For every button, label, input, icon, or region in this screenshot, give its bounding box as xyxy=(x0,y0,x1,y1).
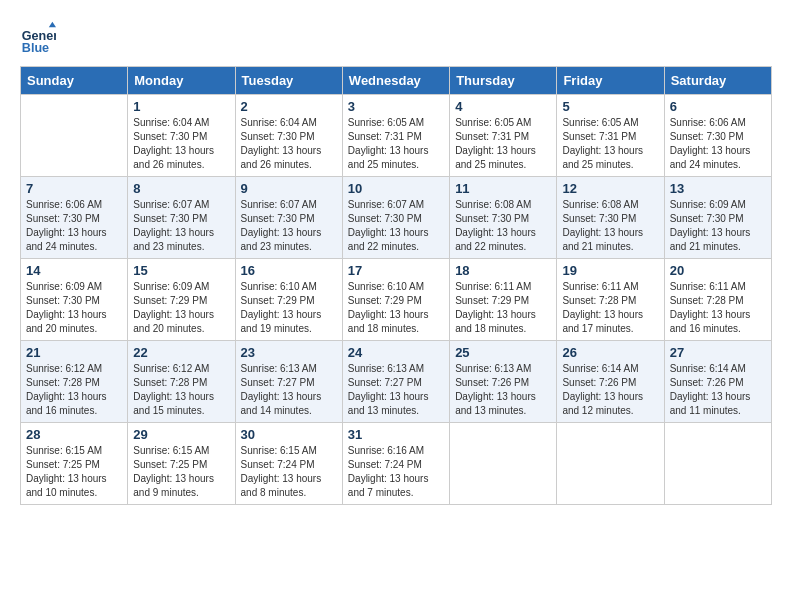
calendar-cell: 31Sunrise: 6:16 AMSunset: 7:24 PMDayligh… xyxy=(342,423,449,505)
calendar-cell: 5Sunrise: 6:05 AMSunset: 7:31 PMDaylight… xyxy=(557,95,664,177)
day-number: 2 xyxy=(241,99,337,114)
calendar-cell xyxy=(450,423,557,505)
day-number: 24 xyxy=(348,345,444,360)
calendar-cell xyxy=(21,95,128,177)
day-info: Sunrise: 6:09 AMSunset: 7:29 PMDaylight:… xyxy=(133,280,229,336)
calendar-cell: 26Sunrise: 6:14 AMSunset: 7:26 PMDayligh… xyxy=(557,341,664,423)
day-info: Sunrise: 6:07 AMSunset: 7:30 PMDaylight:… xyxy=(348,198,444,254)
calendar-cell: 17Sunrise: 6:10 AMSunset: 7:29 PMDayligh… xyxy=(342,259,449,341)
day-info: Sunrise: 6:16 AMSunset: 7:24 PMDaylight:… xyxy=(348,444,444,500)
day-number: 5 xyxy=(562,99,658,114)
calendar-cell: 6Sunrise: 6:06 AMSunset: 7:30 PMDaylight… xyxy=(664,95,771,177)
day-number: 25 xyxy=(455,345,551,360)
calendar-cell: 20Sunrise: 6:11 AMSunset: 7:28 PMDayligh… xyxy=(664,259,771,341)
day-number: 22 xyxy=(133,345,229,360)
calendar-cell: 18Sunrise: 6:11 AMSunset: 7:29 PMDayligh… xyxy=(450,259,557,341)
day-info: Sunrise: 6:05 AMSunset: 7:31 PMDaylight:… xyxy=(562,116,658,172)
day-info: Sunrise: 6:04 AMSunset: 7:30 PMDaylight:… xyxy=(133,116,229,172)
calendar-table: SundayMondayTuesdayWednesdayThursdayFrid… xyxy=(20,66,772,505)
calendar-cell: 25Sunrise: 6:13 AMSunset: 7:26 PMDayligh… xyxy=(450,341,557,423)
day-info: Sunrise: 6:13 AMSunset: 7:26 PMDaylight:… xyxy=(455,362,551,418)
day-info: Sunrise: 6:10 AMSunset: 7:29 PMDaylight:… xyxy=(241,280,337,336)
calendar-cell: 4Sunrise: 6:05 AMSunset: 7:31 PMDaylight… xyxy=(450,95,557,177)
calendar-cell: 9Sunrise: 6:07 AMSunset: 7:30 PMDaylight… xyxy=(235,177,342,259)
day-number: 31 xyxy=(348,427,444,442)
calendar-cell: 23Sunrise: 6:13 AMSunset: 7:27 PMDayligh… xyxy=(235,341,342,423)
day-number: 3 xyxy=(348,99,444,114)
day-number: 26 xyxy=(562,345,658,360)
day-info: Sunrise: 6:10 AMSunset: 7:29 PMDaylight:… xyxy=(348,280,444,336)
weekday-header: Thursday xyxy=(450,67,557,95)
day-info: Sunrise: 6:13 AMSunset: 7:27 PMDaylight:… xyxy=(241,362,337,418)
calendar-cell xyxy=(664,423,771,505)
day-number: 20 xyxy=(670,263,766,278)
day-number: 28 xyxy=(26,427,122,442)
day-number: 9 xyxy=(241,181,337,196)
day-info: Sunrise: 6:05 AMSunset: 7:31 PMDaylight:… xyxy=(455,116,551,172)
calendar-cell: 19Sunrise: 6:11 AMSunset: 7:28 PMDayligh… xyxy=(557,259,664,341)
svg-marker-2 xyxy=(49,22,56,27)
calendar-cell: 10Sunrise: 6:07 AMSunset: 7:30 PMDayligh… xyxy=(342,177,449,259)
weekday-header: Sunday xyxy=(21,67,128,95)
day-number: 19 xyxy=(562,263,658,278)
day-info: Sunrise: 6:11 AMSunset: 7:29 PMDaylight:… xyxy=(455,280,551,336)
day-number: 11 xyxy=(455,181,551,196)
day-number: 21 xyxy=(26,345,122,360)
calendar-cell: 15Sunrise: 6:09 AMSunset: 7:29 PMDayligh… xyxy=(128,259,235,341)
calendar-cell: 13Sunrise: 6:09 AMSunset: 7:30 PMDayligh… xyxy=(664,177,771,259)
day-info: Sunrise: 6:06 AMSunset: 7:30 PMDaylight:… xyxy=(670,116,766,172)
calendar-cell: 7Sunrise: 6:06 AMSunset: 7:30 PMDaylight… xyxy=(21,177,128,259)
day-number: 17 xyxy=(348,263,444,278)
weekday-header: Monday xyxy=(128,67,235,95)
day-info: Sunrise: 6:12 AMSunset: 7:28 PMDaylight:… xyxy=(26,362,122,418)
calendar-cell: 1Sunrise: 6:04 AMSunset: 7:30 PMDaylight… xyxy=(128,95,235,177)
day-number: 13 xyxy=(670,181,766,196)
calendar-cell: 11Sunrise: 6:08 AMSunset: 7:30 PMDayligh… xyxy=(450,177,557,259)
day-number: 14 xyxy=(26,263,122,278)
calendar-cell: 30Sunrise: 6:15 AMSunset: 7:24 PMDayligh… xyxy=(235,423,342,505)
calendar-cell: 8Sunrise: 6:07 AMSunset: 7:30 PMDaylight… xyxy=(128,177,235,259)
day-number: 29 xyxy=(133,427,229,442)
day-info: Sunrise: 6:11 AMSunset: 7:28 PMDaylight:… xyxy=(562,280,658,336)
day-number: 27 xyxy=(670,345,766,360)
day-info: Sunrise: 6:04 AMSunset: 7:30 PMDaylight:… xyxy=(241,116,337,172)
day-info: Sunrise: 6:07 AMSunset: 7:30 PMDaylight:… xyxy=(241,198,337,254)
calendar-cell: 2Sunrise: 6:04 AMSunset: 7:30 PMDaylight… xyxy=(235,95,342,177)
day-number: 16 xyxy=(241,263,337,278)
day-info: Sunrise: 6:09 AMSunset: 7:30 PMDaylight:… xyxy=(670,198,766,254)
day-info: Sunrise: 6:15 AMSunset: 7:25 PMDaylight:… xyxy=(133,444,229,500)
day-info: Sunrise: 6:15 AMSunset: 7:24 PMDaylight:… xyxy=(241,444,337,500)
day-info: Sunrise: 6:13 AMSunset: 7:27 PMDaylight:… xyxy=(348,362,444,418)
weekday-header: Friday xyxy=(557,67,664,95)
calendar-cell: 24Sunrise: 6:13 AMSunset: 7:27 PMDayligh… xyxy=(342,341,449,423)
day-info: Sunrise: 6:05 AMSunset: 7:31 PMDaylight:… xyxy=(348,116,444,172)
calendar-cell: 21Sunrise: 6:12 AMSunset: 7:28 PMDayligh… xyxy=(21,341,128,423)
svg-text:Blue: Blue xyxy=(22,41,49,55)
day-info: Sunrise: 6:08 AMSunset: 7:30 PMDaylight:… xyxy=(562,198,658,254)
day-info: Sunrise: 6:11 AMSunset: 7:28 PMDaylight:… xyxy=(670,280,766,336)
day-info: Sunrise: 6:15 AMSunset: 7:25 PMDaylight:… xyxy=(26,444,122,500)
calendar-cell: 28Sunrise: 6:15 AMSunset: 7:25 PMDayligh… xyxy=(21,423,128,505)
calendar-cell: 22Sunrise: 6:12 AMSunset: 7:28 PMDayligh… xyxy=(128,341,235,423)
calendar-cell: 3Sunrise: 6:05 AMSunset: 7:31 PMDaylight… xyxy=(342,95,449,177)
day-number: 4 xyxy=(455,99,551,114)
logo-icon: General Blue xyxy=(20,20,56,56)
day-number: 6 xyxy=(670,99,766,114)
calendar-cell: 29Sunrise: 6:15 AMSunset: 7:25 PMDayligh… xyxy=(128,423,235,505)
day-number: 18 xyxy=(455,263,551,278)
weekday-header: Saturday xyxy=(664,67,771,95)
calendar-cell: 12Sunrise: 6:08 AMSunset: 7:30 PMDayligh… xyxy=(557,177,664,259)
day-info: Sunrise: 6:12 AMSunset: 7:28 PMDaylight:… xyxy=(133,362,229,418)
weekday-header: Wednesday xyxy=(342,67,449,95)
page-header: General Blue xyxy=(20,20,772,56)
day-number: 8 xyxy=(133,181,229,196)
day-info: Sunrise: 6:07 AMSunset: 7:30 PMDaylight:… xyxy=(133,198,229,254)
weekday-header: Tuesday xyxy=(235,67,342,95)
day-number: 15 xyxy=(133,263,229,278)
day-info: Sunrise: 6:14 AMSunset: 7:26 PMDaylight:… xyxy=(562,362,658,418)
day-number: 1 xyxy=(133,99,229,114)
day-info: Sunrise: 6:09 AMSunset: 7:30 PMDaylight:… xyxy=(26,280,122,336)
calendar-cell: 14Sunrise: 6:09 AMSunset: 7:30 PMDayligh… xyxy=(21,259,128,341)
day-info: Sunrise: 6:14 AMSunset: 7:26 PMDaylight:… xyxy=(670,362,766,418)
logo: General Blue xyxy=(20,20,60,56)
